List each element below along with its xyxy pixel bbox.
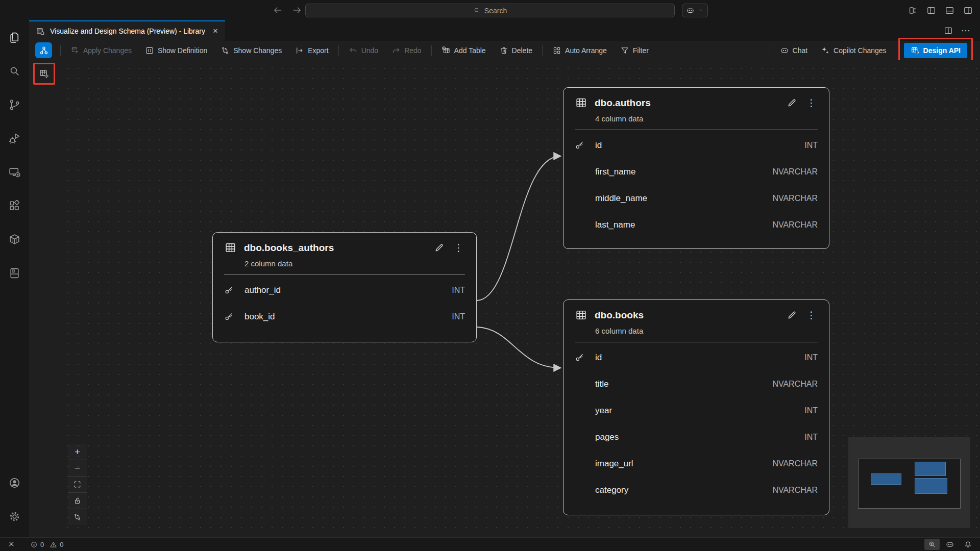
copilot-changes-button[interactable]: Copilot Changes	[814, 46, 893, 55]
edge-books-authors-to-books[interactable]	[477, 327, 560, 368]
filter-button[interactable]: Filter	[614, 46, 655, 55]
toolbar-separator	[60, 45, 61, 56]
kebab-menu-icon[interactable]: ⋮	[452, 243, 465, 253]
design-api-button[interactable]: Design API	[904, 43, 967, 58]
chat-button[interactable]: Chat	[773, 46, 815, 55]
sidebar-item-search[interactable]	[0, 54, 29, 88]
zoom-status-button[interactable]	[924, 539, 940, 550]
toggle-secondary-sidebar-icon[interactable]	[963, 6, 973, 15]
copilot-status-button[interactable]	[942, 539, 958, 550]
diagram-changes-button[interactable]	[68, 509, 87, 525]
toggle-primary-sidebar-icon[interactable]	[926, 6, 936, 15]
show-changes-button[interactable]: Show Changes	[214, 46, 288, 55]
add-table-icon	[442, 46, 451, 55]
remote-indicator[interactable]	[4, 539, 19, 550]
visualize-schema-mode-button[interactable]	[35, 42, 52, 58]
column-row[interactable]: id INT	[564, 132, 829, 159]
table-gear-icon	[911, 46, 920, 55]
sidebar-item-explorer[interactable]	[0, 20, 29, 54]
schema-designer-highlight-annotation	[33, 63, 55, 85]
column-type: INT	[452, 286, 465, 295]
column-row[interactable]: first_name NVARCHAR	[564, 159, 829, 185]
undo-button[interactable]: Undo	[342, 46, 385, 55]
column-row[interactable]: author_id INT	[213, 277, 476, 304]
gear-icon	[8, 510, 21, 523]
auto-arrange-button[interactable]: Auto Arrange	[546, 46, 614, 55]
table-name: dbo.books_authors	[244, 242, 426, 254]
tab-visualize-schema[interactable]: Visualize and Design Schema (Preview) - …	[29, 20, 225, 41]
trash-icon	[499, 46, 508, 55]
column-type: NVARCHAR	[772, 459, 818, 468]
more-actions-icon[interactable]: ⋯	[961, 25, 971, 36]
schema-diagram-canvas[interactable]: dbo.books_authors ⋮ 2 column data author…	[29, 60, 980, 537]
column-name: category	[595, 485, 772, 495]
apply-changes-icon	[70, 46, 80, 55]
column-type: INT	[804, 353, 818, 362]
edit-table-icon[interactable]	[786, 309, 798, 321]
apply-changes-button[interactable]: Apply Changes	[64, 46, 138, 55]
database-project-icon	[8, 267, 21, 280]
toggle-panel-icon[interactable]	[945, 6, 954, 15]
close-icon[interactable]: ×	[213, 26, 218, 36]
primary-key-icon	[224, 285, 234, 295]
fit-view-button[interactable]	[68, 477, 87, 493]
edge-books-authors-to-authors[interactable]	[477, 156, 560, 300]
redo-button[interactable]: Redo	[385, 46, 428, 55]
column-name: pages	[595, 432, 804, 442]
copilot-menu-button[interactable]	[682, 4, 708, 17]
sidebar-item-database-projects[interactable]	[0, 256, 29, 290]
edit-table-icon[interactable]	[786, 97, 798, 109]
split-editor-icon[interactable]	[944, 26, 953, 35]
column-row[interactable]: pages INT	[564, 424, 829, 450]
chevron-down-icon	[697, 7, 704, 14]
settings-button[interactable]	[0, 499, 29, 533]
sidebar-item-containers[interactable]	[0, 222, 29, 256]
zoom-out-button[interactable]: −	[68, 460, 87, 477]
sidebar-item-extensions[interactable]	[0, 189, 29, 222]
search-input[interactable]: Search	[305, 4, 675, 17]
sidebar-item-remote-explorer[interactable]	[0, 155, 29, 189]
table-card-authors[interactable]: dbo.authors ⋮ 4 column data id INT first…	[563, 87, 829, 249]
table-card-books-authors[interactable]: dbo.books_authors ⋮ 2 column data author…	[212, 232, 477, 342]
column-row[interactable]: category NVARCHAR	[564, 477, 829, 504]
column-row[interactable]: image_url NVARCHAR	[564, 450, 829, 477]
lock-button[interactable]	[68, 493, 87, 509]
edit-table-icon[interactable]	[433, 242, 445, 254]
designer-toolbar: Apply Changes Show Definition Show Chang…	[29, 41, 980, 60]
show-definition-button[interactable]: Show Definition	[138, 46, 214, 55]
filter-icon	[620, 46, 629, 55]
sidebar-item-source-control[interactable]	[0, 88, 29, 121]
kebab-menu-icon[interactable]: ⋮	[805, 310, 818, 320]
accounts-button[interactable]	[0, 466, 29, 499]
sidebar-item-run-debug[interactable]	[0, 121, 29, 155]
go-forward-icon[interactable]	[292, 5, 302, 15]
table-card-header: dbo.books_authors ⋮ 2 column data	[213, 233, 476, 275]
schema-designer-icon	[36, 27, 45, 36]
schema-designer-view-button[interactable]	[36, 66, 52, 82]
table-gear-icon	[39, 68, 50, 79]
column-name: image_url	[595, 459, 772, 469]
column-row[interactable]: id INT	[564, 344, 829, 371]
minimap[interactable]	[848, 437, 970, 528]
column-name: middle_name	[595, 193, 772, 204]
column-row[interactable]: title NVARCHAR	[564, 371, 829, 397]
relationship-edges	[29, 60, 980, 537]
column-row[interactable]: book_id INT	[213, 304, 476, 330]
export-button[interactable]: Export	[288, 46, 335, 55]
go-back-icon[interactable]	[273, 5, 283, 15]
notifications-button[interactable]	[960, 539, 976, 550]
column-row[interactable]: last_name NVARCHAR	[564, 212, 829, 238]
table-card-header: dbo.books ⋮ 6 column data	[564, 300, 829, 342]
add-table-button[interactable]: Add Table	[435, 46, 493, 55]
column-name: author_id	[244, 285, 452, 295]
column-row[interactable]: year INT	[564, 397, 829, 424]
problems-indicator[interactable]: 0 0	[27, 539, 67, 550]
sparkle-icon	[821, 46, 830, 55]
kebab-menu-icon[interactable]: ⋮	[805, 98, 818, 108]
delete-button[interactable]: Delete	[493, 46, 539, 55]
container-icon	[8, 233, 21, 246]
customize-layout-icon[interactable]	[908, 6, 918, 15]
column-row[interactable]: middle_name NVARCHAR	[564, 185, 829, 212]
zoom-in-button[interactable]: +	[68, 444, 87, 460]
table-card-books[interactable]: dbo.books ⋮ 6 column data id INT title N…	[563, 299, 829, 515]
